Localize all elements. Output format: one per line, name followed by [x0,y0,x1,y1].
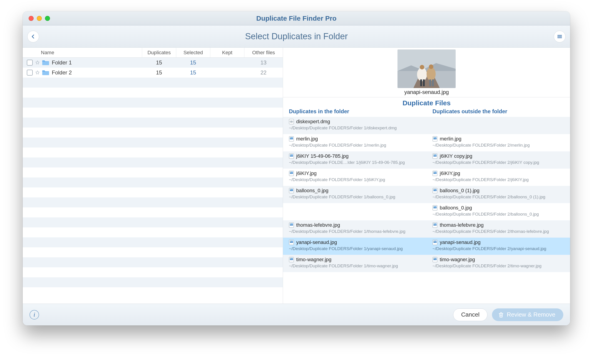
file-name: j6iKIY.jpg [440,170,460,176]
duplicate-cell-in [283,203,426,220]
menu-button[interactable] [554,31,566,43]
file-icon [432,136,438,142]
folder-icon [42,70,50,76]
hamburger-icon [557,34,563,39]
duplicate-row[interactable]: merlin.jpg~/Desktop/Duplicate FOLDERS/Fo… [283,134,570,151]
duplicate-cell-out[interactable]: balloons_0 (1).jpg~/Desktop/Duplicate FO… [426,186,570,203]
svg-point-47 [434,189,434,190]
folders-list: Folder 1151513Folder 2151522 [23,58,283,304]
duplicates-list: diskexpert.dmg~/Desktop/Duplicate FOLDER… [283,117,570,304]
file-path: ~/Desktop/Duplicate FOLDERS/Folder 2/j6i… [432,160,567,165]
folder-name: Folder 2 [52,69,142,76]
duplicate-row[interactable]: balloons_0.jpg~/Desktop/Duplicate FOLDER… [283,203,570,220]
duplicate-cell-in[interactable]: j6iKIY.jpg~/Desktop/Duplicate FOLDERS/Fo… [283,169,426,186]
folder-checkbox[interactable] [27,70,33,76]
folder-selected-count[interactable]: 15 [176,69,210,76]
folder-icon [42,60,50,66]
duplicate-cell-out[interactable]: j6iKIY.jpg~/Desktop/Duplicate FOLDERS/Fo… [426,169,570,186]
svg-point-23 [434,138,434,138]
folder-row[interactable]: Folder 1151513 [23,58,283,68]
folder-checkbox[interactable] [27,60,33,66]
svg-point-19 [290,138,291,138]
svg-point-7 [420,65,424,69]
folders-columns-header: Name Duplicates Selected Kept Other file… [23,48,283,58]
col-selected[interactable]: Selected [176,48,210,58]
duplicate-cell-out [426,117,570,134]
duplicate-row[interactable]: j6iKIY.jpg~/Desktop/Duplicate FOLDERS/Fo… [283,169,570,186]
folder-row[interactable]: Folder 2151522 [23,68,283,78]
file-path: ~/Desktop/Duplicate FOLDERS/Folder 1/j6i… [289,177,424,182]
file-icon [289,222,294,228]
page-title: Select Duplicates in Folder [23,32,570,41]
file-name: diskexpert.dmg [296,119,330,124]
col-duplicates-out: Duplicates outside the folder [426,108,570,115]
file-path: ~/Desktop/Duplicate FOLDERS/Folder 2/tim… [432,263,567,269]
duplicate-cell-out[interactable]: merlin.jpg~/Desktop/Duplicate FOLDERS/Fo… [426,134,570,151]
file-icon [289,171,294,176]
svg-point-6 [426,67,436,81]
col-duplicates[interactable]: Duplicates [142,48,176,58]
footer: i Cancel Review & Remove [23,304,570,325]
favorite-star-icon[interactable] [35,60,40,65]
file-name: thomas-lefebvre.jpg [296,222,340,228]
duplicate-cell-in[interactable]: balloons_0.jpg~/Desktop/Duplicate FOLDER… [283,186,426,203]
file-path: ~/Desktop/Duplicate FOLDERS/Folder 2/tho… [432,229,567,234]
col-duplicates-in: Duplicates in the folder [283,108,426,115]
review-remove-label: Review & Remove [507,311,555,318]
folder-other-count: 22 [244,69,283,76]
svg-point-5 [417,68,427,81]
duplicate-cell-out[interactable]: timo-wagner.jpg~/Desktop/Duplicate FOLDE… [426,255,570,272]
svg-point-27 [290,155,291,155]
duplicate-cell-in[interactable]: j6iKIY 15-49-06-785.jpg~/Desktop/Duplica… [283,151,426,169]
file-name: balloons_0 (1).jpg [440,188,479,194]
duplicate-cell-in[interactable]: thomas-lefebvre.jpg~/Desktop/Duplicate F… [283,220,426,238]
file-icon [432,171,438,176]
svg-rect-10 [423,80,425,86]
duplicate-cell-out[interactable]: balloons_0.jpg~/Desktop/Duplicate FOLDER… [426,203,570,220]
folder-duplicates-count: 15 [142,59,176,66]
review-remove-button[interactable]: Review & Remove [492,308,563,321]
file-icon [289,153,294,159]
duplicate-row[interactable]: yanapi-senaud.jpg~/Desktop/Duplicate FOL… [283,238,570,255]
file-path: ~/Desktop/Duplicate FOLDERS/Folder 2/yan… [432,246,567,251]
duplicate-cell-in[interactable]: timo-wagner.jpg~/Desktop/Duplicate FOLDE… [283,255,426,272]
preview-area: yanapi-senaud.jpg [283,48,570,97]
details-panel: yanapi-senaud.jpg Duplicate Files Duplic… [283,48,570,304]
file-path: ~/Desktop/Duplicate FOLDERS/Folder 2/j6i… [432,177,567,182]
folder-selected-count[interactable]: 15 [176,59,210,66]
svg-rect-9 [420,80,422,86]
duplicate-cell-out[interactable]: thomas-lefebvre.jpg~/Desktop/Duplicate F… [426,220,570,238]
file-name: yanapi-senaud.jpg [296,240,337,245]
col-name[interactable]: Name [23,48,142,58]
cancel-button[interactable]: Cancel [453,308,487,321]
file-icon [432,205,438,211]
preview-thumbnail[interactable] [397,50,456,88]
svg-point-67 [434,241,434,242]
file-icon [289,188,294,193]
duplicates-column-headers: Duplicates in the folder Duplicates outs… [283,107,570,117]
file-icon [432,153,438,159]
duplicate-row[interactable]: diskexpert.dmg~/Desktop/Duplicate FOLDER… [283,117,570,134]
trash-icon [498,312,504,318]
duplicate-cell-in[interactable]: merlin.jpg~/Desktop/Duplicate FOLDERS/Fo… [283,134,426,151]
duplicate-row[interactable]: balloons_0.jpg~/Desktop/Duplicate FOLDER… [283,186,570,203]
favorite-star-icon[interactable] [35,70,40,75]
svg-point-75 [434,258,434,259]
duplicate-row[interactable]: timo-wagner.jpg~/Desktop/Duplicate FOLDE… [283,255,570,272]
file-name: balloons_0.jpg [296,188,328,194]
file-icon [289,240,294,245]
col-kept[interactable]: Kept [210,48,244,58]
file-path: ~/Desktop/Duplicate FOLDERS/Folder 1/dis… [289,125,424,131]
duplicate-row[interactable]: thomas-lefebvre.jpg~/Desktop/Duplicate F… [283,220,570,238]
duplicate-cell-in[interactable]: yanapi-senaud.jpg~/Desktop/Duplicate FOL… [283,238,426,255]
file-path: ~/Desktop/Duplicate FOLDERS/Folder 1/tho… [289,229,424,234]
duplicate-cell-out[interactable]: j6iKIY copy.jpg~/Desktop/Duplicate FOLDE… [426,151,570,169]
svg-rect-12 [432,80,434,86]
file-icon [432,222,438,228]
duplicate-row[interactable]: j6iKIY 15-49-06-785.jpg~/Desktop/Duplica… [283,151,570,169]
svg-point-51 [434,206,434,207]
duplicate-cell-in[interactable]: diskexpert.dmg~/Desktop/Duplicate FOLDER… [283,117,426,134]
col-other[interactable]: Other files [244,48,283,58]
duplicate-cell-out[interactable]: yanapi-senaud.jpg~/Desktop/Duplicate FOL… [426,238,570,255]
info-button[interactable]: i [30,310,39,320]
